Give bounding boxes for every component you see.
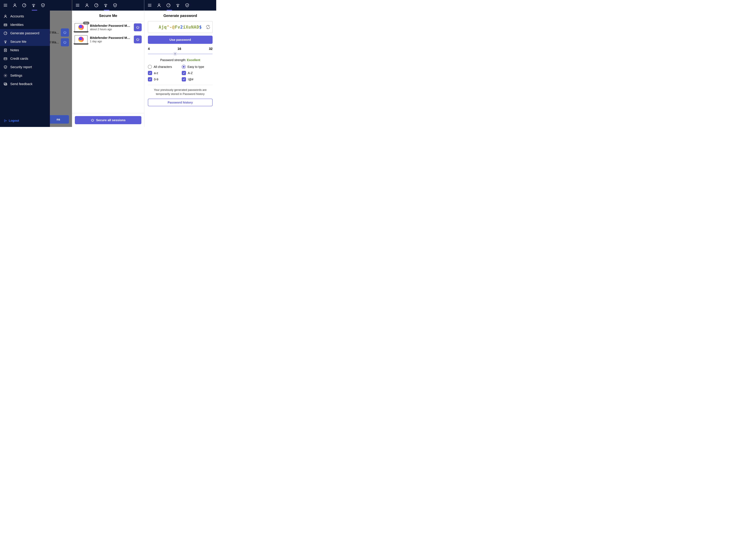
slider-thumb[interactable] bbox=[173, 52, 177, 56]
checkbox-indicator bbox=[148, 77, 152, 81]
radio-indicator bbox=[182, 65, 186, 69]
session-power-button[interactable] bbox=[61, 38, 69, 46]
svg-rect-8 bbox=[4, 49, 7, 52]
length-slider[interactable] bbox=[148, 52, 213, 56]
checkbox-digits[interactable]: 0-9 bbox=[148, 77, 179, 81]
session-power-button[interactable] bbox=[134, 23, 142, 31]
tab-indicator bbox=[104, 10, 109, 11]
password-char: j bbox=[161, 25, 164, 30]
sidebar-item-secure-me[interactable]: Secure Me bbox=[0, 37, 50, 46]
wifi-power-icon bbox=[3, 40, 8, 44]
password-char: - bbox=[169, 25, 172, 30]
checkbox-indicator bbox=[148, 71, 152, 75]
power-icon bbox=[91, 118, 94, 122]
session-power-button[interactable] bbox=[134, 36, 142, 43]
session-text: Bitdefender Password Ma...about 2 hours … bbox=[90, 24, 131, 31]
wifi-power-icon[interactable] bbox=[103, 3, 108, 8]
topbar bbox=[72, 0, 144, 11]
checkbox-indicator bbox=[182, 71, 186, 75]
button-label: ns bbox=[57, 118, 60, 121]
session-list: YouBitdefender Password Ma...about 2 hou… bbox=[72, 21, 144, 113]
gauge-icon[interactable] bbox=[21, 3, 27, 8]
you-badge: You bbox=[83, 22, 89, 24]
menu-icon[interactable] bbox=[3, 3, 8, 8]
panel-sidebar-overlay: d Ma...d Ma... ns AccountsIdentitiesGene… bbox=[0, 0, 72, 127]
radio-easy-to-type[interactable]: Easy to type bbox=[182, 65, 213, 69]
sidebar-item-label: Accounts bbox=[10, 14, 24, 18]
nav-list: AccountsIdentitiesGenerate passwordSecur… bbox=[0, 11, 50, 119]
button-label: Secure all sessions bbox=[96, 118, 126, 122]
sidebar-item-security-report[interactable]: Security report bbox=[0, 63, 50, 71]
checkbox-uppercase[interactable]: A-Z bbox=[182, 71, 213, 75]
secure-all-sessions-button[interactable]: Secure all sessions bbox=[75, 116, 141, 124]
regenerate-button[interactable] bbox=[206, 25, 210, 29]
password-history-button[interactable]: Password history bbox=[148, 99, 213, 106]
gauge-icon[interactable] bbox=[166, 3, 171, 8]
use-password-button[interactable]: Use password bbox=[148, 36, 213, 44]
page-title: Secure Me bbox=[72, 11, 144, 21]
sidebar-item-credit-cards[interactable]: Credit cards bbox=[0, 54, 50, 63]
strength-value: Excellent bbox=[187, 58, 200, 62]
sidebar-menu: AccountsIdentitiesGenerate passwordSecur… bbox=[0, 0, 50, 127]
checkbox-label: A-Z bbox=[188, 71, 193, 75]
password-history-note: Your previously generated passwords are … bbox=[148, 88, 213, 96]
password-char: u bbox=[188, 25, 191, 30]
gauge-icon[interactable] bbox=[94, 3, 99, 8]
password-char: D bbox=[196, 25, 199, 30]
button-label: Password history bbox=[168, 101, 193, 104]
shield-icon[interactable] bbox=[40, 3, 46, 8]
person-icon[interactable] bbox=[12, 3, 18, 8]
firefox-icon bbox=[78, 37, 84, 42]
person-icon[interactable] bbox=[84, 3, 90, 8]
svg-rect-9 bbox=[4, 58, 7, 60]
button-label: Use password bbox=[169, 38, 191, 42]
logout-label: Logout bbox=[9, 119, 19, 122]
session-title-partial: d Ma... bbox=[49, 31, 59, 34]
svg-point-5 bbox=[5, 24, 5, 25]
session-row-partial: d Ma... bbox=[49, 38, 69, 47]
session-power-button[interactable] bbox=[61, 28, 69, 37]
checkbox-lowercase[interactable]: a-z bbox=[148, 71, 179, 75]
person-icon[interactable] bbox=[156, 3, 162, 8]
sidebar-item-accounts[interactable]: Accounts bbox=[0, 12, 50, 21]
session-title: Bitdefender Password Ma... bbox=[90, 36, 131, 40]
password-char: @ bbox=[172, 25, 175, 30]
page-title: Generate password bbox=[148, 11, 213, 21]
device-icon: You bbox=[75, 23, 88, 32]
menu-icon[interactable] bbox=[75, 3, 80, 8]
refresh-icon bbox=[206, 25, 210, 29]
sidebar-item-settings[interactable]: Settings bbox=[0, 71, 50, 80]
checkbox-label: a-z bbox=[154, 71, 158, 75]
sidebar-item-label: Credit cards bbox=[10, 57, 28, 61]
person-icon bbox=[3, 14, 8, 18]
tab-indicator bbox=[32, 10, 37, 11]
checkbox-indicator bbox=[182, 77, 186, 81]
password-char: $ bbox=[199, 25, 202, 30]
svg-point-3 bbox=[5, 15, 6, 16]
password-strength: Password strength: Excellent bbox=[148, 58, 213, 62]
sidebar-item-generate-password[interactable]: Generate password bbox=[0, 29, 50, 37]
sidebar-item-identities[interactable]: Identities bbox=[0, 21, 50, 29]
checkbox-symbols[interactable]: !@# bbox=[182, 77, 213, 81]
shield-icon[interactable] bbox=[112, 3, 118, 8]
radio-all-characters[interactable]: All characters bbox=[148, 65, 179, 69]
idcard-icon bbox=[3, 23, 8, 27]
session-row: YouBitdefender Password Ma...about 2 hou… bbox=[72, 21, 144, 33]
length-max: 32 bbox=[209, 47, 213, 51]
checkbox-label: 0-9 bbox=[154, 78, 158, 81]
tab-indicator bbox=[167, 10, 172, 11]
checkbox-label: !@# bbox=[188, 78, 193, 81]
session-text: Bitdefender Password Ma...1 day ago bbox=[90, 36, 131, 43]
logout-button[interactable]: Logout bbox=[0, 119, 50, 127]
menu-icon[interactable] bbox=[147, 3, 152, 8]
secure-all-button-partial[interactable]: ns bbox=[48, 115, 69, 124]
sidebar-item-label: Notes bbox=[10, 48, 19, 52]
wifi-power-icon[interactable] bbox=[175, 3, 181, 8]
sidebar-item-send-feedback[interactable]: Send feedback bbox=[0, 80, 50, 88]
gauge-icon bbox=[3, 31, 8, 35]
wifi-power-icon[interactable] bbox=[31, 3, 36, 8]
options-grid: All characters Easy to type a-z A-Z 0-9 bbox=[148, 65, 213, 85]
svg-point-16 bbox=[158, 4, 160, 5]
shield-icon[interactable] bbox=[184, 3, 190, 8]
sidebar-item-notes[interactable]: Notes bbox=[0, 46, 50, 54]
